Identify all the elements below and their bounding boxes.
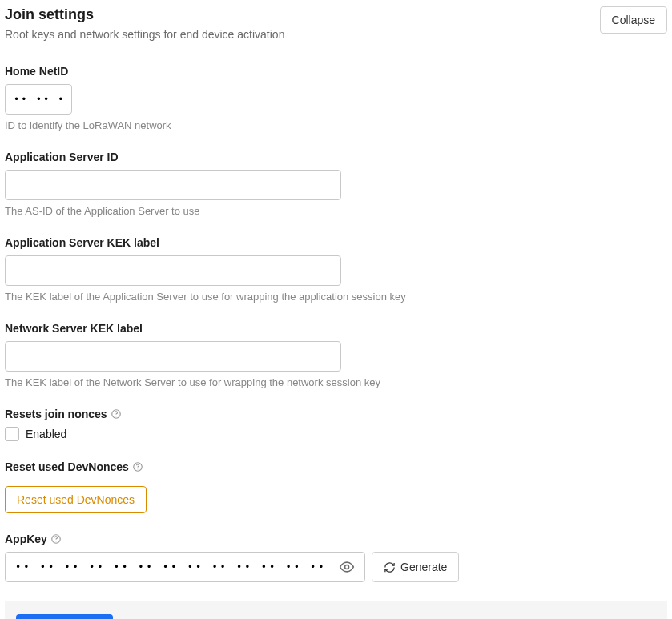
- appkey-label: AppKey: [5, 533, 47, 545]
- enabled-checkbox[interactable]: [5, 427, 19, 441]
- generate-button[interactable]: Generate: [372, 552, 459, 582]
- svg-point-1: [115, 416, 116, 416]
- enabled-checkbox-label: Enabled: [26, 428, 66, 440]
- generate-button-label: Generate: [400, 561, 447, 573]
- help-icon[interactable]: [111, 408, 122, 420]
- network-server-kek-field: Network Server KEK label The KEK label o…: [5, 322, 667, 388]
- eye-icon: [339, 559, 355, 575]
- network-server-kek-input[interactable]: [5, 341, 341, 372]
- app-server-kek-help: The KEK label of the Application Server …: [5, 291, 667, 303]
- resets-join-nonces-field: Resets join nonces Enabled: [5, 408, 667, 441]
- collapse-button[interactable]: Collapse: [600, 6, 667, 34]
- refresh-icon: [384, 561, 396, 573]
- save-changes-button[interactable]: Save changes: [16, 614, 113, 619]
- app-server-id-help: The AS-ID of the Application Server to u…: [5, 205, 667, 217]
- appkey-input[interactable]: •• •• •• •• •• •• •• •• •• •• •• •• •• •…: [15, 561, 336, 573]
- app-server-kek-label: Application Server KEK label: [5, 236, 667, 249]
- app-server-id-input[interactable]: [5, 170, 341, 200]
- home-netid-label: Home NetID: [5, 65, 667, 78]
- help-icon[interactable]: [50, 533, 62, 545]
- svg-point-6: [345, 565, 349, 569]
- svg-point-5: [55, 541, 56, 541]
- section-title: Join settings: [5, 6, 284, 23]
- svg-point-3: [137, 468, 138, 469]
- home-netid-input[interactable]: [5, 84, 72, 115]
- section-description: Root keys and network settings for end d…: [5, 28, 284, 41]
- home-netid-field: Home NetID ID to identify the LoRaWAN ne…: [5, 65, 667, 131]
- app-server-kek-input[interactable]: [5, 255, 341, 286]
- network-server-kek-label: Network Server KEK label: [5, 322, 667, 335]
- reveal-button[interactable]: [336, 556, 358, 578]
- home-netid-help: ID to identify the LoRaWAN network: [5, 119, 667, 131]
- app-server-id-label: Application Server ID: [5, 151, 667, 163]
- resets-join-nonces-label: Resets join nonces: [5, 408, 107, 420]
- appkey-field: AppKey •• •• •• •• •• •• •• •• •• •• •• …: [5, 533, 667, 582]
- network-server-kek-help: The KEK label of the Network Server to u…: [5, 376, 667, 388]
- app-server-kek-field: Application Server KEK label The KEK lab…: [5, 236, 667, 303]
- reset-devnonces-field: Reset used DevNonces Reset used DevNonce…: [5, 460, 667, 513]
- reset-devnonces-button[interactable]: Reset used DevNonces: [5, 486, 147, 513]
- footer: Save changes: [5, 601, 667, 619]
- help-icon[interactable]: [132, 461, 143, 472]
- app-server-id-field: Application Server ID The AS-ID of the A…: [5, 151, 667, 217]
- appkey-input-wrap: •• •• •• •• •• •• •• •• •• •• •• •• •• •…: [5, 552, 365, 582]
- reset-devnonces-label: Reset used DevNonces: [5, 460, 129, 473]
